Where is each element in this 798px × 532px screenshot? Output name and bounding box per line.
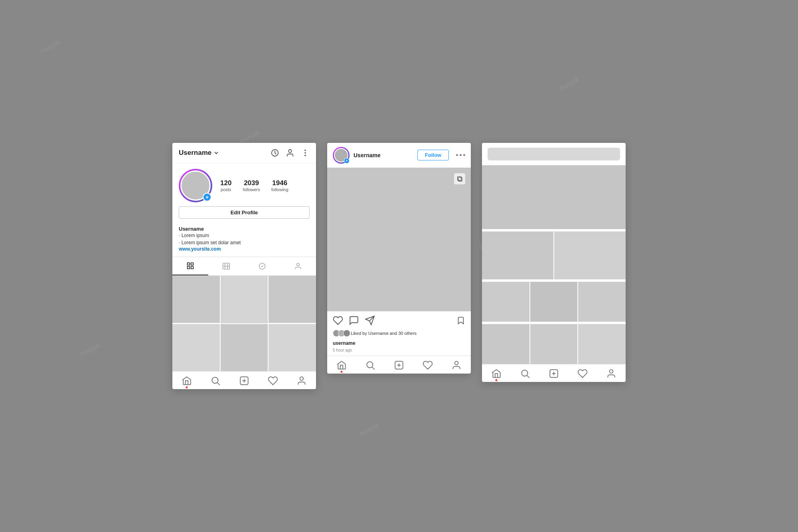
svg-line-32 bbox=[527, 376, 529, 378]
grid-cell-1[interactable] bbox=[172, 276, 220, 323]
feed-cell-third-4[interactable] bbox=[482, 324, 529, 364]
like-icon[interactable] bbox=[333, 315, 343, 326]
bio-line2: · Lorem ipsum set dolar amet bbox=[179, 239, 310, 246]
bottom-nav-2 bbox=[327, 356, 471, 374]
add-icon-2 bbox=[394, 360, 404, 370]
bookmark-icon[interactable] bbox=[456, 316, 465, 325]
comment-icon[interactable] bbox=[349, 315, 359, 326]
profile-bio: Username · Lorem ipsum · Lorem ipsum set… bbox=[172, 223, 316, 257]
nav-home-3[interactable] bbox=[491, 368, 502, 379]
following-count: 1946 bbox=[272, 179, 287, 187]
share-icon[interactable] bbox=[365, 315, 375, 326]
nav-home-1[interactable] bbox=[182, 376, 192, 386]
feed-cell-half-1[interactable] bbox=[482, 231, 553, 279]
posts-stat: 120 posts bbox=[220, 179, 231, 192]
person-icon[interactable] bbox=[286, 148, 294, 157]
feed-cell-half-2[interactable] bbox=[554, 231, 626, 279]
feed-search-bar[interactable] bbox=[488, 148, 620, 160]
nav-search-1[interactable] bbox=[210, 376, 221, 386]
post-add-story[interactable]: + bbox=[344, 158, 350, 164]
add-icon bbox=[239, 376, 249, 386]
history-icon[interactable] bbox=[271, 148, 279, 157]
nav-add-2[interactable] bbox=[394, 360, 404, 370]
svg-point-14 bbox=[297, 263, 300, 266]
nav-add-3[interactable] bbox=[549, 368, 559, 379]
liked-avatars bbox=[333, 330, 348, 337]
add-story-button[interactable]: + bbox=[203, 193, 211, 202]
chevron-down-icon bbox=[214, 150, 219, 155]
follow-button[interactable]: Follow bbox=[417, 150, 449, 160]
dot3 bbox=[463, 154, 465, 156]
nav-profile-3[interactable] bbox=[606, 368, 616, 379]
stats-row: 120 posts 2039 followers 1946 following bbox=[220, 179, 310, 192]
tab-reels[interactable] bbox=[208, 257, 244, 275]
svg-point-4 bbox=[305, 155, 306, 156]
profile-icon-2 bbox=[451, 360, 462, 370]
grid-cell-3[interactable] bbox=[269, 276, 316, 323]
divider1 bbox=[482, 230, 626, 231]
nav-search-2[interactable] bbox=[365, 360, 375, 370]
followers-count: 2039 bbox=[244, 179, 259, 187]
photo-grid bbox=[172, 276, 316, 371]
post-actions bbox=[327, 311, 471, 330]
phone1-profile: Username bbox=[172, 143, 316, 389]
feed-cell-third-5[interactable] bbox=[530, 324, 578, 364]
nav-profile-1[interactable] bbox=[296, 376, 307, 386]
divider3 bbox=[482, 322, 626, 323]
divider2 bbox=[482, 280, 626, 281]
grid-cell-4[interactable] bbox=[172, 324, 220, 372]
followers-label: followers bbox=[243, 187, 260, 192]
svg-point-31 bbox=[521, 370, 527, 376]
grid-cell-5[interactable] bbox=[221, 324, 268, 372]
feed-three-row-2 bbox=[482, 324, 626, 364]
bio-link[interactable]: www.yoursite.com bbox=[179, 246, 310, 252]
home-active-dot bbox=[186, 386, 188, 388]
edit-profile-button[interactable]: Edit Profile bbox=[179, 206, 310, 219]
feed-cell-third-2[interactable] bbox=[530, 282, 578, 322]
feed-cell-third-3[interactable] bbox=[578, 282, 626, 322]
heart-icon bbox=[268, 376, 278, 386]
svg-line-26 bbox=[372, 367, 375, 370]
home-icon-2 bbox=[336, 360, 347, 370]
nav-search-3[interactable] bbox=[520, 368, 530, 379]
profile-header: Username bbox=[172, 143, 316, 163]
home-icon bbox=[182, 376, 192, 386]
grid-cell-6[interactable] bbox=[269, 324, 316, 372]
nav-add-1[interactable] bbox=[239, 376, 249, 386]
grid-cell-2[interactable] bbox=[221, 276, 268, 323]
phone3-feed bbox=[482, 143, 626, 382]
posts-count: 120 bbox=[220, 179, 231, 187]
dot1 bbox=[456, 154, 458, 156]
tab-grid[interactable] bbox=[172, 257, 208, 275]
more-options-icon[interactable] bbox=[301, 148, 310, 157]
post-image bbox=[327, 168, 471, 311]
header-username-area[interactable]: Username bbox=[179, 149, 219, 157]
svg-point-25 bbox=[367, 362, 373, 368]
svg-point-30 bbox=[455, 361, 458, 365]
nav-home-2[interactable] bbox=[336, 360, 347, 370]
nav-profile-2[interactable] bbox=[451, 360, 462, 370]
nav-heart-1[interactable] bbox=[268, 376, 278, 386]
feed-cell-third-1[interactable] bbox=[482, 282, 529, 322]
more-options[interactable] bbox=[456, 154, 465, 156]
search-icon-3 bbox=[520, 368, 530, 379]
action-icons bbox=[333, 315, 456, 326]
feed-cell-full-1[interactable] bbox=[482, 165, 626, 229]
profile-info: + 120 posts 2039 followers 1946 followin… bbox=[172, 163, 316, 223]
svg-rect-8 bbox=[191, 266, 194, 269]
profile-top: + 120 posts 2039 followers 1946 followin… bbox=[179, 169, 310, 202]
nav-heart-3[interactable] bbox=[577, 368, 588, 379]
feed-cell-third-6[interactable] bbox=[578, 324, 626, 364]
likes-text: Liked by Username and 30 others bbox=[351, 331, 417, 336]
search-icon-2 bbox=[365, 360, 375, 370]
liked-avatar-3 bbox=[343, 330, 350, 337]
post-username: Username bbox=[354, 152, 413, 158]
heart-icon-2 bbox=[423, 360, 433, 370]
layers-icon bbox=[456, 176, 463, 182]
svg-point-3 bbox=[305, 152, 306, 153]
tab-person[interactable] bbox=[280, 257, 316, 275]
phone2-post: + Username Follow bbox=[327, 143, 471, 374]
nav-heart-2[interactable] bbox=[423, 360, 433, 370]
tab-tagged[interactable] bbox=[244, 257, 280, 275]
bottom-nav-1 bbox=[172, 371, 316, 389]
